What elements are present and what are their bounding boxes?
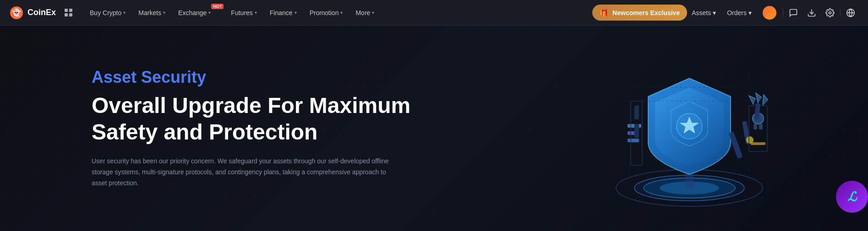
hot-badge: HOT (211, 4, 224, 9)
gift-icon: 🎁 (600, 8, 609, 17)
nav-finance[interactable]: Finance ▾ (263, 0, 303, 26)
chevron-down-icon: ▾ (255, 10, 257, 15)
hero-section: Asset Security Overall Upgrade For Maxim… (0, 26, 868, 231)
hero-content: Asset Security Overall Upgrade For Maxim… (0, 68, 412, 189)
chevron-down-icon: ▾ (208, 10, 211, 15)
floating-chat-button[interactable]: ℒ (836, 181, 868, 213)
nav-assets[interactable]: Assets ▾ (687, 0, 721, 26)
avatar (763, 6, 776, 20)
chat-icon[interactable] (785, 5, 802, 21)
divider2 (840, 8, 841, 17)
svg-rect-34 (751, 142, 765, 145)
nav-exchange[interactable]: Exchange ▾ HOT (172, 0, 224, 26)
svg-rect-32 (753, 124, 757, 129)
language-icon[interactable] (842, 5, 859, 21)
hero-illustration (593, 42, 786, 215)
navbar: 👻 CoinEx Buy Crypto ▾ Markets ▾ Exchange… (0, 0, 868, 26)
chevron-down-icon: ▾ (163, 10, 165, 15)
shield-illustration-svg (593, 42, 786, 215)
chevron-down-icon: ▾ (713, 9, 716, 16)
hero-subtitle: Asset Security (92, 68, 412, 87)
settings-icon[interactable] (822, 5, 838, 21)
svg-rect-2 (65, 9, 68, 12)
chevron-down-icon: ▾ (123, 10, 126, 15)
download-icon[interactable] (803, 5, 820, 21)
chevron-down-icon: ▾ (372, 10, 374, 15)
hero-title: Overall Upgrade For Maximum Safety and P… (92, 92, 412, 145)
svg-rect-33 (759, 124, 763, 129)
nav-promotion[interactable]: Promotion ▾ (303, 0, 349, 26)
grid-menu-icon[interactable] (61, 5, 76, 20)
nav-markets[interactable]: Markets ▾ (132, 0, 172, 26)
chevron-down-icon: ▾ (340, 10, 343, 15)
user-avatar-button[interactable] (758, 0, 781, 26)
logo[interactable]: 👻 CoinEx (9, 5, 56, 20)
nav-buy-crypto[interactable]: Buy Crypto ▾ (83, 0, 132, 26)
nav-right-section: Assets ▾ Orders ▾ (687, 0, 859, 26)
nav-items: Buy Crypto ▾ Markets ▾ Exchange ▾ HOT Fu… (83, 0, 589, 26)
svg-rect-30 (634, 124, 639, 138)
svg-point-7 (829, 11, 831, 14)
nav-futures[interactable]: Futures ▾ (224, 0, 263, 26)
nav-more[interactable]: More ▾ (349, 0, 381, 26)
hero-description: User security has been our priority conc… (92, 156, 389, 188)
logo-icon: 👻 (9, 5, 24, 20)
svg-rect-29 (634, 106, 639, 119)
svg-rect-5 (69, 13, 72, 16)
chevron-down-icon: ▾ (295, 10, 297, 15)
svg-rect-4 (65, 13, 68, 16)
svg-rect-23 (628, 139, 639, 142)
logo-text: CoinEx (27, 8, 56, 17)
svg-rect-3 (69, 9, 72, 12)
chevron-down-icon: ▾ (748, 9, 752, 16)
newcomers-exclusive-button[interactable]: 🎁 Newcomers Exclusive (592, 5, 687, 21)
divider (783, 8, 783, 17)
floating-btn-icon: ℒ (847, 189, 857, 204)
svg-text:👻: 👻 (12, 8, 21, 17)
nav-orders[interactable]: Orders ▾ (722, 0, 756, 26)
